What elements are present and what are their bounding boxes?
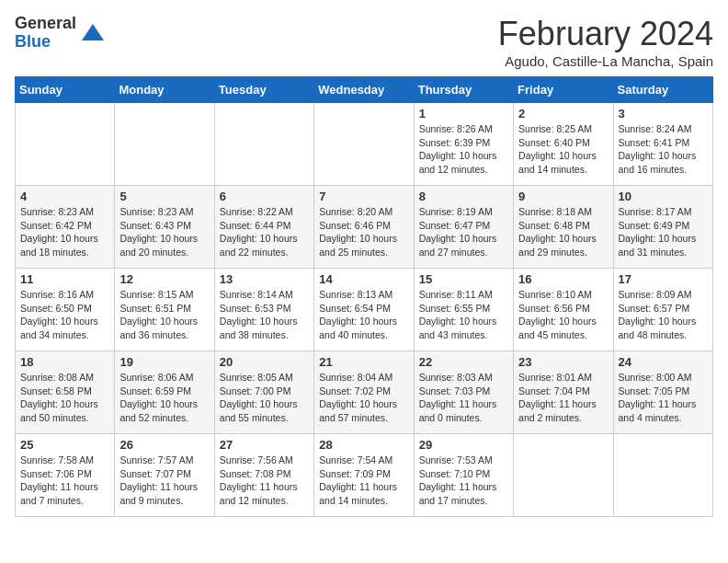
calendar-cell: 1Sunrise: 8:26 AM Sunset: 6:39 PM Daylig…	[414, 103, 513, 186]
cell-content: Sunrise: 8:15 AM Sunset: 6:51 PM Dayligh…	[119, 288, 209, 342]
calendar-cell: 2Sunrise: 8:25 AM Sunset: 6:40 PM Daylig…	[514, 103, 613, 186]
calendar-cell: 9Sunrise: 8:18 AM Sunset: 6:48 PM Daylig…	[514, 186, 613, 269]
day-number: 6	[220, 190, 309, 203]
cell-content: Sunrise: 8:23 AM Sunset: 6:42 PM Dayligh…	[20, 205, 109, 259]
day-number: 15	[419, 272, 508, 286]
week-row-1: 4Sunrise: 8:23 AM Sunset: 6:42 PM Daylig…	[16, 186, 713, 269]
day-number: 1	[419, 107, 508, 121]
days-header-row: SundayMondayTuesdayWednesdayThursdayFrid…	[16, 77, 713, 103]
calendar-cell: 24Sunrise: 8:00 AM Sunset: 7:05 PM Dayli…	[613, 351, 712, 434]
calendar-cell: 23Sunrise: 8:01 AM Sunset: 7:04 PM Dayli…	[514, 351, 613, 434]
day-header-wednesday: Wednesday	[314, 77, 414, 103]
day-number: 14	[319, 272, 408, 286]
week-row-2: 11Sunrise: 8:16 AM Sunset: 6:50 PM Dayli…	[16, 269, 713, 351]
cell-content: Sunrise: 7:56 AM Sunset: 7:08 PM Dayligh…	[220, 454, 309, 508]
day-header-sunday: Sunday	[16, 77, 115, 103]
calendar-cell: 4Sunrise: 8:23 AM Sunset: 6:42 PM Daylig…	[16, 186, 115, 269]
cell-content: Sunrise: 8:19 AM Sunset: 6:47 PM Dayligh…	[419, 205, 508, 259]
calendar-cell: 8Sunrise: 8:19 AM Sunset: 6:47 PM Daylig…	[414, 186, 513, 269]
calendar-cell: 29Sunrise: 7:53 AM Sunset: 7:10 PM Dayli…	[414, 434, 513, 517]
calendar-cell: 15Sunrise: 8:11 AM Sunset: 6:55 PM Dayli…	[414, 269, 513, 351]
day-header-monday: Monday	[115, 77, 214, 103]
day-number: 16	[518, 272, 608, 286]
cell-content: Sunrise: 8:20 AM Sunset: 6:46 PM Dayligh…	[319, 205, 408, 259]
calendar-cell: 16Sunrise: 8:10 AM Sunset: 6:56 PM Dayli…	[514, 269, 613, 351]
calendar-cell: 25Sunrise: 7:58 AM Sunset: 7:06 PM Dayli…	[16, 434, 115, 517]
calendar-cell	[514, 434, 613, 517]
logo: General Blue	[15, 15, 106, 52]
cell-content: Sunrise: 8:26 AM Sunset: 6:39 PM Dayligh…	[419, 122, 508, 177]
calendar-cell: 28Sunrise: 7:54 AM Sunset: 7:09 PM Dayli…	[314, 434, 414, 517]
day-header-saturday: Saturday	[613, 77, 712, 103]
cell-content: Sunrise: 8:16 AM Sunset: 6:50 PM Dayligh…	[20, 288, 109, 342]
cell-content: Sunrise: 8:05 AM Sunset: 7:00 PM Dayligh…	[220, 371, 309, 425]
svg-marker-0	[82, 24, 104, 40]
day-header-tuesday: Tuesday	[214, 77, 313, 103]
cell-content: Sunrise: 8:18 AM Sunset: 6:48 PM Dayligh…	[518, 205, 608, 259]
day-number: 20	[220, 355, 309, 369]
calendar-cell	[314, 103, 414, 186]
logo-general: General	[15, 15, 76, 33]
day-number: 27	[220, 438, 309, 452]
calendar-cell: 20Sunrise: 8:05 AM Sunset: 7:00 PM Dayli…	[214, 351, 313, 434]
cell-content: Sunrise: 8:00 AM Sunset: 7:05 PM Dayligh…	[619, 371, 708, 425]
day-number: 11	[20, 272, 109, 286]
cell-content: Sunrise: 8:09 AM Sunset: 6:57 PM Dayligh…	[619, 288, 708, 342]
cell-content: Sunrise: 8:08 AM Sunset: 6:58 PM Dayligh…	[20, 371, 109, 425]
calendar-cell: 18Sunrise: 8:08 AM Sunset: 6:58 PM Dayli…	[16, 351, 115, 434]
day-header-thursday: Thursday	[414, 77, 513, 103]
cell-content: Sunrise: 8:22 AM Sunset: 6:44 PM Dayligh…	[220, 205, 309, 259]
day-number: 21	[319, 355, 408, 369]
day-number: 19	[119, 355, 209, 369]
calendar-cell: 22Sunrise: 8:03 AM Sunset: 7:03 PM Dayli…	[414, 351, 513, 434]
location: Agudo, Castille-La Mancha, Spain	[498, 53, 713, 69]
cell-content: Sunrise: 8:03 AM Sunset: 7:03 PM Dayligh…	[419, 371, 508, 425]
cell-content: Sunrise: 8:25 AM Sunset: 6:40 PM Dayligh…	[518, 122, 608, 177]
cell-content: Sunrise: 7:54 AM Sunset: 7:09 PM Dayligh…	[319, 454, 408, 508]
calendar-cell: 6Sunrise: 8:22 AM Sunset: 6:44 PM Daylig…	[214, 186, 313, 269]
calendar-cell: 5Sunrise: 8:23 AM Sunset: 6:43 PM Daylig…	[115, 186, 214, 269]
day-number: 2	[518, 107, 608, 121]
day-header-friday: Friday	[514, 77, 613, 103]
month-title: February 2024	[498, 15, 713, 53]
cell-content: Sunrise: 7:57 AM Sunset: 7:07 PM Dayligh…	[119, 454, 209, 508]
day-number: 17	[619, 272, 708, 286]
logo-icon	[80, 20, 106, 46]
day-number: 24	[619, 355, 708, 369]
day-number: 26	[119, 438, 209, 452]
day-number: 29	[419, 438, 508, 452]
cell-content: Sunrise: 8:10 AM Sunset: 6:56 PM Dayligh…	[518, 288, 608, 342]
cell-content: Sunrise: 8:13 AM Sunset: 6:54 PM Dayligh…	[319, 288, 408, 342]
day-number: 9	[518, 190, 608, 203]
page-header: General Blue February 2024 Agudo, Castil…	[15, 15, 713, 69]
calendar-cell: 27Sunrise: 7:56 AM Sunset: 7:08 PM Dayli…	[214, 434, 313, 517]
day-number: 18	[20, 355, 109, 369]
cell-content: Sunrise: 8:14 AM Sunset: 6:53 PM Dayligh…	[220, 288, 309, 342]
calendar-cell: 14Sunrise: 8:13 AM Sunset: 6:54 PM Dayli…	[314, 269, 414, 351]
cell-content: Sunrise: 7:53 AM Sunset: 7:10 PM Dayligh…	[419, 454, 508, 508]
week-row-3: 18Sunrise: 8:08 AM Sunset: 6:58 PM Dayli…	[16, 351, 713, 434]
cell-content: Sunrise: 7:58 AM Sunset: 7:06 PM Dayligh…	[20, 454, 109, 508]
title-section: February 2024 Agudo, Castille-La Mancha,…	[498, 15, 713, 69]
calendar-cell: 13Sunrise: 8:14 AM Sunset: 6:53 PM Dayli…	[214, 269, 313, 351]
calendar-cell: 10Sunrise: 8:17 AM Sunset: 6:49 PM Dayli…	[613, 186, 712, 269]
calendar-cell: 11Sunrise: 8:16 AM Sunset: 6:50 PM Dayli…	[16, 269, 115, 351]
calendar-cell: 12Sunrise: 8:15 AM Sunset: 6:51 PM Dayli…	[115, 269, 214, 351]
day-number: 3	[619, 107, 708, 121]
logo-blue: Blue	[15, 33, 76, 52]
day-number: 4	[20, 190, 109, 203]
calendar-table: SundayMondayTuesdayWednesdayThursdayFrid…	[15, 76, 713, 517]
calendar-cell: 3Sunrise: 8:24 AM Sunset: 6:41 PM Daylig…	[613, 103, 712, 186]
cell-content: Sunrise: 8:17 AM Sunset: 6:49 PM Dayligh…	[619, 205, 708, 259]
day-number: 12	[119, 272, 209, 286]
calendar-cell: 26Sunrise: 7:57 AM Sunset: 7:07 PM Dayli…	[115, 434, 214, 517]
calendar-cell	[115, 103, 214, 186]
calendar-cell	[214, 103, 313, 186]
cell-content: Sunrise: 8:24 AM Sunset: 6:41 PM Dayligh…	[619, 122, 708, 177]
day-number: 23	[518, 355, 608, 369]
logo-text: General Blue	[15, 15, 76, 52]
cell-content: Sunrise: 8:11 AM Sunset: 6:55 PM Dayligh…	[419, 288, 508, 342]
day-number: 8	[419, 190, 508, 203]
day-number: 7	[319, 190, 408, 203]
calendar-cell	[613, 434, 712, 517]
